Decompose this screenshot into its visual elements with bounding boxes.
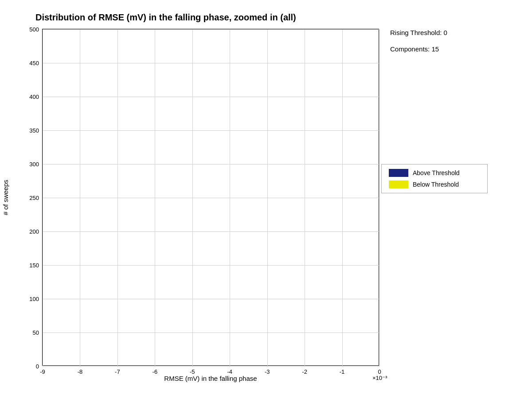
y-tick-label: 200 <box>29 228 39 235</box>
y-axis-label: # of sweeps <box>0 29 11 366</box>
x-grid-line <box>305 29 305 366</box>
components-text: Components: 15 <box>390 45 519 53</box>
x-grid-line <box>192 29 193 366</box>
x-grid-line <box>267 29 268 366</box>
legend-item-above: Above Threshold <box>389 169 480 177</box>
y-tick-label: 450 <box>29 60 39 66</box>
x-axis-label: RMSE (mV) in the falling phase <box>42 375 379 382</box>
x-grid-line <box>155 29 155 366</box>
x-grid-line <box>379 29 380 366</box>
x-tick-label: -8 <box>78 368 83 375</box>
y-tick-label: 350 <box>29 127 39 134</box>
x-grid-line <box>230 29 230 366</box>
y-tick-label: 100 <box>29 296 39 302</box>
legend-color-below <box>389 180 408 188</box>
x-tick-label: -3 <box>265 368 270 375</box>
x-grid-line <box>80 29 80 366</box>
legend-label-below: Below Threshold <box>413 181 459 188</box>
y-tick-label: 250 <box>29 195 39 201</box>
y-grid-line <box>43 231 379 232</box>
x-tick-label: -2 <box>302 368 307 375</box>
x-grid-line <box>342 29 343 366</box>
x-tick-label: -4 <box>227 368 232 375</box>
info-panel: Rising Threshold: 0 Components: 15 <box>390 29 519 62</box>
x-tick-label: 0 <box>378 368 381 375</box>
y-grid-line <box>43 130 379 131</box>
chart-title: Distribution of RMSE (mV) in the falling… <box>35 12 296 23</box>
y-grid-line <box>43 299 379 299</box>
y-grid-line <box>43 198 379 198</box>
x-tick-label: -7 <box>115 368 120 375</box>
legend-label-above: Above Threshold <box>413 169 460 176</box>
x-grid-line <box>117 29 118 366</box>
x-grid-line <box>43 29 43 366</box>
x-tick-label: -9 <box>40 368 45 375</box>
legend-box: Above Threshold Below Threshold <box>381 164 488 193</box>
x-scale-label: ×10⁻³ <box>372 375 387 381</box>
plot-area: 050100150200250300350400450500-9-8-7-6-5… <box>42 29 379 366</box>
y-grid-line <box>43 332 379 333</box>
y-tick-label: 0 <box>36 363 39 370</box>
y-grid-line <box>43 29 379 30</box>
legend-item-below: Below Threshold <box>389 180 480 188</box>
rising-threshold-text: Rising Threshold: 0 <box>390 29 519 36</box>
y-tick-label: 400 <box>29 94 39 100</box>
y-axis-label-text: # of sweeps <box>2 180 9 215</box>
y-grid-line <box>43 265 379 266</box>
x-tick-label: -6 <box>153 368 158 375</box>
y-tick-label: 300 <box>29 161 39 168</box>
y-grid-line <box>43 164 379 164</box>
legend-color-above <box>389 169 408 177</box>
chart-container: Distribution of RMSE (mV) in the falling… <box>0 0 532 399</box>
y-tick-label: 500 <box>29 26 39 33</box>
x-tick-label: -1 <box>340 368 345 375</box>
y-grid-line <box>43 63 379 63</box>
y-tick-label: 50 <box>33 329 39 336</box>
y-grid-line <box>43 366 379 367</box>
x-tick-label: -5 <box>190 368 195 375</box>
y-grid-line <box>43 97 379 97</box>
y-tick-label: 150 <box>29 262 39 269</box>
